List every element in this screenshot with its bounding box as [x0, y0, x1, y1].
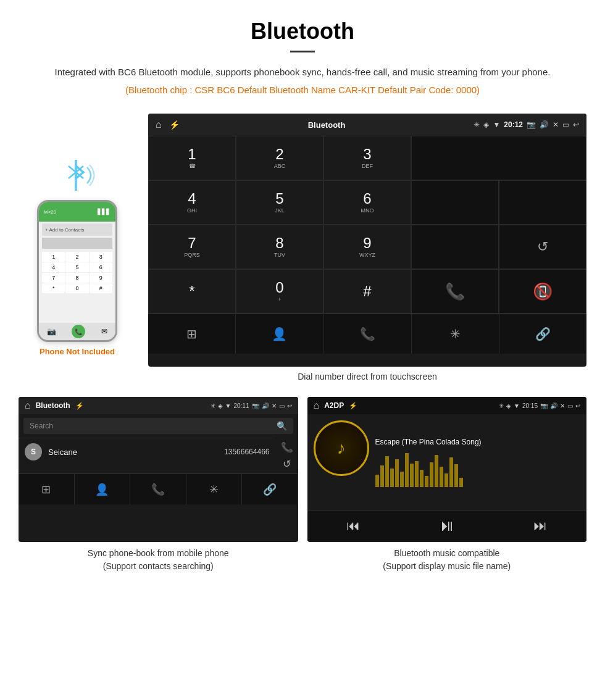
eq-bar — [420, 470, 424, 487]
music-bt-icon: ✳ — [499, 402, 504, 409]
pb-side-call-icon[interactable]: 📞 — [281, 441, 293, 453]
pb-bottom-phone[interactable]: 📞 — [130, 474, 186, 504]
dial-key-1[interactable]: 1 ☎ — [148, 136, 236, 180]
pb-bottom-contacts[interactable]: 👤 — [75, 474, 131, 504]
pb-bt-icon: ✳ — [211, 402, 215, 409]
pb-home-icon: ⌂ — [25, 400, 31, 411]
eq-bar — [435, 455, 438, 487]
dial-bottom-link[interactable]: 🔗 — [499, 314, 586, 354]
contact-number: 13566664466 — [224, 448, 269, 456]
pb-wifi-icon: ▼ — [225, 402, 232, 409]
eq-bar — [430, 462, 433, 487]
pb-side-icons: 📞 ↺ — [276, 438, 298, 473]
dial-key-4[interactable]: 4 GHI — [148, 180, 236, 225]
music-note-icon: ♪ — [337, 438, 346, 458]
camera-icon: 📷 — [527, 120, 536, 129]
pb-bottom-link[interactable]: 🔗 — [242, 474, 298, 504]
dial-bottom-contacts[interactable]: 👤 — [236, 314, 323, 354]
dial-key-9[interactable]: 9 WXYZ — [323, 225, 411, 269]
music-content: ♪ Escape (The Pina Colada Song) — [307, 414, 587, 510]
phone-top-bar: M<20 ▋▋▋ — [39, 202, 115, 222]
pb-time: 20:11 — [233, 402, 249, 409]
dial-bottom-grid[interactable]: ⊞ — [148, 314, 236, 354]
dial-key-2[interactable]: 2 ABC — [236, 136, 323, 180]
pb-statusbar: ⌂ Bluetooth ⚡ ✳ ◈ ▼ 20:11 📷 🔊 ✕ ▭ ↩ — [19, 397, 298, 414]
phone-status-left: M<20 — [44, 209, 56, 215]
music-controls: ⏮ ⏯ ⏭ — [307, 510, 587, 541]
dial-key-5[interactable]: 5 JKL — [236, 180, 323, 225]
dial-grid: 1 ☎ 2 ABC 3 DEF 4 — [148, 136, 586, 314]
contact-avatar: S — [25, 443, 42, 460]
eq-bar — [425, 476, 428, 487]
dial-key-3[interactable]: 3 DEF — [323, 136, 411, 180]
music-vol-icon: 🔊 — [550, 402, 557, 409]
dial-key-star[interactable]: * — [148, 269, 236, 314]
music-caption: Bluetooth music compatible (Support disp… — [307, 547, 587, 573]
phone-call-button: 📞 — [72, 325, 85, 338]
pb-bottom-bluetooth[interactable]: ✳ — [186, 474, 243, 504]
usb-icon: ⚡ — [169, 120, 180, 130]
music-wifi-icon: ▼ — [514, 402, 520, 409]
pb-loc-icon: ◈ — [218, 402, 223, 409]
phone-add-contact: + Add to Contacts — [42, 223, 112, 236]
pb-contact-row[interactable]: S Seicane 13566664466 — [19, 438, 276, 465]
phone-display — [42, 238, 112, 249]
music-title: A2DP — [324, 401, 344, 410]
location-icon: ◈ — [483, 120, 489, 129]
pb-usb-icon: ⚡ — [75, 402, 84, 410]
music-next-button[interactable]: ⏭ — [533, 518, 547, 534]
music-home-icon: ⌂ — [314, 400, 320, 411]
music-info: Escape (The Pina Colada Song) — [375, 420, 581, 504]
pb-search-bar[interactable]: Search 🔍 — [23, 418, 293, 434]
music-rect-icon: ▭ — [567, 402, 573, 409]
pb-side-refresh-icon[interactable]: ↺ — [283, 458, 291, 470]
eq-bar — [440, 467, 443, 487]
dial-refresh-button[interactable]: ↺ — [499, 225, 586, 269]
eq-bar — [400, 472, 404, 487]
music-loc-icon: ◈ — [506, 402, 511, 409]
bottom-screenshots: ⌂ Bluetooth ⚡ ✳ ◈ ▼ 20:11 📷 🔊 ✕ ▭ ↩ Sea — [0, 397, 605, 585]
dial-title: Bluetooth — [308, 120, 346, 130]
dial-caption: Dial number direct from touchscreen — [148, 372, 586, 391]
phone-section: M<20 ▋▋▋ + Add to Contacts 1 2 3 4 5 6 7… — [19, 114, 136, 356]
dial-screen: ⌂ ⚡ Bluetooth ✳ ◈ ▼ 20:12 📷 🔊 ✕ ▭ ↩ — [148, 114, 586, 367]
eq-bar — [375, 475, 379, 487]
pb-bottom-grid[interactable]: ⊞ — [19, 474, 75, 504]
pb-search-icon: 🔍 — [277, 421, 287, 431]
music-block: ⌂ A2DP ⚡ ✳ ◈ ▼ 20:15 📷 🔊 ✕ ▭ ↩ — [307, 397, 587, 573]
dial-bottom-bluetooth[interactable]: ✳ — [412, 314, 499, 354]
pb-cam-icon: 📷 — [252, 402, 259, 409]
title-divider — [290, 51, 315, 52]
eq-bar — [380, 465, 384, 487]
dial-hangup-button[interactable]: 📵 — [499, 269, 586, 314]
main-content: M<20 ▋▋▋ + Add to Contacts 1 2 3 4 5 6 7… — [0, 107, 605, 397]
music-prev-button[interactable]: ⏮ — [346, 518, 360, 534]
pb-x-icon: ✕ — [272, 402, 277, 409]
dial-key-7[interactable]: 7 PQRS — [148, 225, 236, 269]
wifi-icon: ▼ — [493, 120, 500, 129]
back-icon: ↩ — [573, 120, 579, 129]
dial-key-6[interactable]: 6 MNO — [323, 180, 411, 225]
dial-empty-3 — [499, 180, 586, 225]
pb-bottom-bar: ⊞ 👤 📞 ✳ 🔗 — [19, 473, 298, 504]
music-equalizer — [375, 450, 581, 487]
music-play-pause-button[interactable]: ⏯ — [439, 516, 455, 535]
home-icon: ⌂ — [156, 119, 162, 130]
dial-key-hash[interactable]: # — [323, 269, 411, 314]
dial-key-8[interactable]: 8 TUV — [236, 225, 323, 269]
eq-bar — [415, 461, 419, 487]
pb-vol-icon: 🔊 — [262, 402, 269, 409]
music-cam-icon: 📷 — [540, 402, 548, 409]
contact-name: Seicane — [48, 448, 224, 457]
eq-bar — [390, 469, 394, 487]
dial-call-button[interactable]: 📞 — [411, 269, 499, 314]
dial-key-0[interactable]: 0 + — [236, 269, 323, 314]
pb-search-text: Search — [30, 422, 53, 430]
phone-not-included-label: Phone Not Included — [40, 347, 115, 356]
dial-empty-4 — [411, 225, 499, 269]
page-description: Integrated with BC6 Bluetooth module, su… — [49, 65, 556, 80]
pb-content-area: S Seicane 13566664466 📞 ↺ — [19, 438, 298, 473]
eq-bar — [454, 464, 458, 487]
dial-bottom-phone[interactable]: 📞 — [323, 314, 411, 354]
music-album-art: ♪ — [314, 420, 369, 476]
